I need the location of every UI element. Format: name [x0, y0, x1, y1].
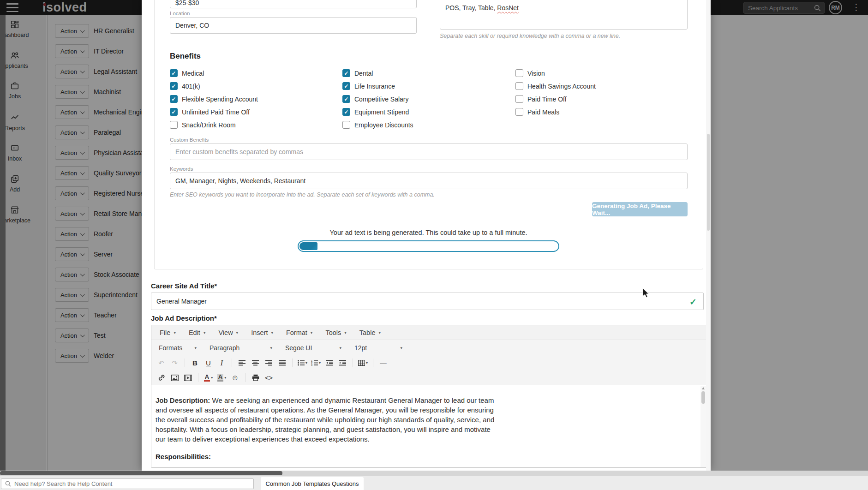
- checkbox-unchecked-icon[interactable]: [342, 121, 350, 129]
- redo-icon[interactable]: ↷: [168, 358, 181, 369]
- benefit-checkbox-item[interactable]: Employee Discounts: [342, 121, 413, 129]
- checkbox-unchecked-icon[interactable]: [515, 95, 523, 103]
- career-site-ad-title-value: General Manager: [156, 298, 207, 305]
- svg-text:3: 3: [311, 364, 312, 366]
- checkbox-unchecked-icon[interactable]: [515, 82, 523, 90]
- font-size-dropdown[interactable]: 12pt▾: [351, 342, 406, 353]
- help-search-input[interactable]: Need help? Search the Help Content: [1, 478, 254, 489]
- location-input[interactable]: Denver, CO: [170, 17, 417, 34]
- editor-menu-view[interactable]: View▾: [212, 325, 245, 340]
- benefit-checkbox-item[interactable]: ✓401(k): [170, 82, 258, 90]
- benefit-label: Equipment Stipend: [354, 108, 409, 116]
- outdent-icon[interactable]: [323, 358, 335, 369]
- source-code-icon[interactable]: <>: [263, 372, 275, 383]
- indent-icon[interactable]: [336, 358, 349, 369]
- editor-format-toolbar: Formats▾ Paragraph▾ Segoe UI▾ 12pt▾: [151, 340, 706, 355]
- checkbox-checked-icon[interactable]: ✓: [342, 95, 350, 103]
- modal-scrollbar[interactable]: [706, 0, 711, 471]
- editor-menu-edit[interactable]: Edit▾: [182, 325, 212, 340]
- checkbox-checked-icon[interactable]: ✓: [342, 69, 350, 77]
- editor-menubar: File▾Edit▾View▾Insert▾Format▾Tools▾Table…: [151, 325, 706, 340]
- editor-menu-file[interactable]: File▾: [153, 325, 182, 340]
- benefits-column: ✓Medical✓401(k)✓Flexible Spending Accoun…: [170, 69, 258, 129]
- rich-text-editor: File▾Edit▾View▾Insert▾Format▾Tools▾Table…: [151, 325, 707, 468]
- progress-message: Your ad text is being generated. This co…: [298, 229, 559, 236]
- paragraph-style-dropdown[interactable]: Paragraph▾: [206, 342, 276, 353]
- job-ad-description-label: Job Ad Description*: [151, 314, 217, 322]
- checkbox-checked-icon[interactable]: ✓: [170, 108, 178, 116]
- editor-content-area[interactable]: Job Description: We are seeking an exper…: [151, 385, 706, 467]
- common-questions-tab[interactable]: Common Job Templates Questions: [261, 477, 364, 490]
- keywords-label: Keywords: [170, 166, 193, 172]
- skills-textarea[interactable]: POS, Tray, Table, RosNet: [440, 0, 688, 30]
- checkbox-unchecked-icon[interactable]: [515, 69, 523, 77]
- salary-input[interactable]: $25-$30: [170, 0, 417, 8]
- editor-scrollbar-thumb[interactable]: [701, 391, 705, 404]
- bullet-list-icon[interactable]: ▾: [296, 358, 309, 369]
- menu-label: Format: [286, 329, 307, 336]
- custom-benefits-input[interactable]: Enter custom benefits separated by comma…: [170, 143, 688, 160]
- keywords-input[interactable]: GM, Manager, Nights, Weekends, Restauran…: [170, 173, 688, 189]
- align-right-icon[interactable]: [263, 358, 275, 369]
- italic-icon[interactable]: I: [216, 358, 228, 369]
- horizontal-scrollbar-thumb[interactable]: [0, 471, 282, 475]
- font-family-dropdown[interactable]: Segoe UI▾: [281, 342, 345, 353]
- print-icon[interactable]: [249, 372, 262, 383]
- salary-value: $25-$30: [175, 0, 199, 6]
- menu-label: Insert: [251, 329, 268, 336]
- formats-dropdown[interactable]: Formats▾: [155, 342, 200, 353]
- checkbox-unchecked-icon[interactable]: [515, 108, 523, 116]
- horizontal-scrollbar[interactable]: [0, 471, 868, 476]
- align-center-icon[interactable]: [249, 358, 262, 369]
- insert-link-icon[interactable]: [155, 372, 168, 383]
- progress-bar: [298, 240, 559, 252]
- benefits-column: VisionHealth Savings AccountPaid Time Of…: [515, 69, 596, 116]
- checkbox-checked-icon[interactable]: ✓: [342, 82, 350, 90]
- align-justify-icon[interactable]: [276, 358, 288, 369]
- benefit-checkbox-item[interactable]: ✓Life Insurance: [342, 82, 413, 90]
- generating-job-ad-button[interactable]: Generating Job Ad, Please Wait...: [592, 202, 688, 216]
- skills-hint: Separate each skill or required knowledg…: [440, 33, 620, 39]
- benefit-checkbox-item[interactable]: Paid Time Off: [515, 95, 596, 103]
- career-site-ad-title-input[interactable]: General Manager ✓: [151, 293, 704, 310]
- checkbox-checked-icon[interactable]: ✓: [170, 95, 178, 103]
- editor-menu-tools[interactable]: Tools▾: [319, 325, 353, 340]
- benefit-checkbox-item[interactable]: ✓Flexible Spending Account: [170, 95, 258, 103]
- text-color-icon[interactable]: A▾: [202, 372, 215, 383]
- benefit-checkbox-item[interactable]: ✓Unlimited Paid Time Off: [170, 108, 258, 116]
- benefit-label: Medical: [182, 70, 204, 77]
- benefit-checkbox-item[interactable]: ✓Competitive Salary: [342, 95, 413, 103]
- insert-image-icon[interactable]: [168, 372, 181, 383]
- underline-icon[interactable]: U: [202, 358, 215, 369]
- numbered-list-icon[interactable]: 123▾: [310, 358, 322, 369]
- background-color-icon[interactable]: A▾: [216, 372, 228, 383]
- benefit-checkbox-item[interactable]: Health Savings Account: [515, 82, 596, 90]
- checkbox-checked-icon[interactable]: ✓: [170, 82, 178, 90]
- chevron-down-icon: ▾: [204, 330, 206, 335]
- align-left-icon[interactable]: [236, 358, 248, 369]
- benefit-checkbox-item[interactable]: ✓Dental: [342, 69, 413, 77]
- checkbox-checked-icon[interactable]: ✓: [342, 108, 350, 116]
- horizontal-rule-icon[interactable]: —: [377, 358, 389, 369]
- scroll-up-arrow-icon[interactable]: [702, 387, 705, 389]
- checkbox-checked-icon[interactable]: ✓: [170, 69, 178, 77]
- benefit-label: Dental: [354, 70, 373, 77]
- editor-menu-format[interactable]: Format▾: [280, 325, 319, 340]
- benefit-checkbox-item[interactable]: Vision: [515, 69, 596, 77]
- benefit-checkbox-item[interactable]: Snack/Drink Room: [170, 121, 258, 129]
- insert-table-icon[interactable]: ▾: [357, 358, 369, 369]
- checkbox-unchecked-icon[interactable]: [170, 121, 178, 129]
- benefit-label: Paid Meals: [527, 108, 559, 116]
- benefit-checkbox-item[interactable]: Paid Meals: [515, 108, 596, 116]
- bold-icon[interactable]: B: [189, 358, 201, 369]
- undo-icon[interactable]: ↶: [155, 358, 168, 369]
- insert-media-icon[interactable]: [182, 372, 194, 383]
- benefit-checkbox-item[interactable]: ✓Equipment Stipend: [342, 108, 413, 116]
- editor-scrollbar[interactable]: [700, 386, 706, 467]
- benefit-checkbox-item[interactable]: ✓Medical: [170, 69, 258, 77]
- modal-scrollbar-thumb[interactable]: [707, 134, 710, 231]
- editor-menu-table[interactable]: Table▾: [353, 325, 387, 340]
- benefit-label: Employee Discounts: [354, 121, 413, 129]
- emoticons-icon[interactable]: ☺: [229, 372, 241, 383]
- editor-menu-insert[interactable]: Insert▾: [245, 325, 280, 340]
